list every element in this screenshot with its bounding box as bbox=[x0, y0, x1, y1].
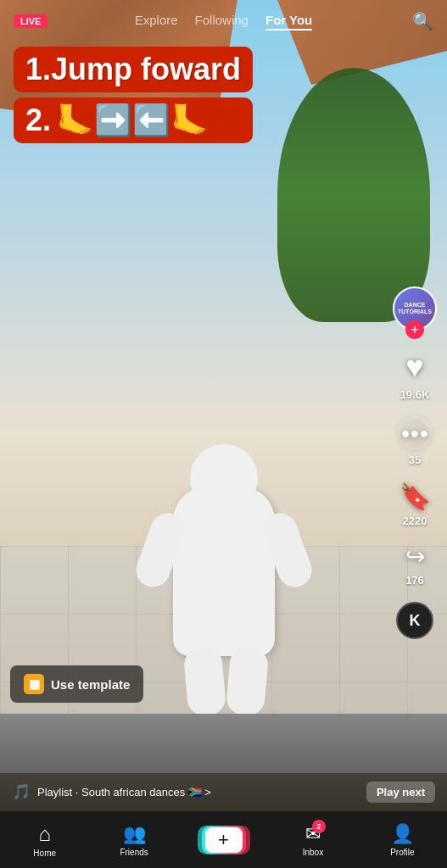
figure-head bbox=[190, 444, 258, 512]
like-action[interactable]: ♥ 19.6K bbox=[400, 349, 430, 401]
nav-item-profile[interactable]: 👤 Profile bbox=[358, 823, 447, 857]
profile-icon: 👤 bbox=[391, 823, 414, 845]
profile-label: Profile bbox=[390, 848, 414, 857]
inbox-badge-container: ✉ 2 bbox=[305, 823, 321, 845]
share-action[interactable]: ↪ 176 bbox=[405, 542, 425, 587]
tab-explore[interactable]: Explore bbox=[135, 13, 178, 31]
inbox-label: Inbox bbox=[303, 848, 323, 857]
nav-item-home[interactable]: ⌂ Home bbox=[0, 822, 89, 858]
playlist-info: 🎵 Playlist · South african dances 🇿🇦 > bbox=[12, 782, 211, 801]
tab-following[interactable]: Following bbox=[195, 13, 249, 31]
dance-text-overlay: 1.Jump foward 2. 🦶➡️⬅️🦶 bbox=[14, 47, 253, 143]
dance-emojis: 🦶➡️⬅️🦶 bbox=[56, 103, 209, 138]
tab-for-you[interactable]: For You bbox=[265, 13, 312, 31]
plus-inner: + bbox=[205, 827, 243, 853]
friends-label: Friends bbox=[120, 848, 148, 857]
figure-body bbox=[173, 487, 275, 656]
heart-icon: ♥ bbox=[405, 349, 423, 385]
dance-instruction-2: 2. 🦶➡️⬅️🦶 bbox=[14, 97, 253, 143]
music-disc[interactable]: K bbox=[396, 602, 433, 639]
music-disc-inner: K bbox=[396, 602, 433, 639]
inbox-badge: 2 bbox=[312, 820, 326, 833]
right-actions: DANCETUTORIALS + ♥ 19.6K ●●● 35 🔖 2220 ↪… bbox=[393, 287, 437, 639]
playlist-bar[interactable]: 🎵 Playlist · South african dances 🇿🇦 > P… bbox=[0, 773, 447, 810]
nav-item-friends[interactable]: 👥 Friends bbox=[89, 823, 178, 857]
figure-leg-right bbox=[225, 646, 269, 717]
home-label: Home bbox=[33, 849, 56, 858]
use-template-label: Use template bbox=[51, 677, 130, 692]
top-bar: LIVE Explore Following For You 🔍 bbox=[0, 0, 447, 42]
share-count: 176 bbox=[405, 574, 424, 587]
nav-item-create[interactable]: + bbox=[179, 826, 268, 854]
template-icon: ▦ bbox=[24, 674, 44, 694]
search-icon[interactable]: 🔍 bbox=[412, 11, 433, 31]
comment-icon: ●●● bbox=[398, 416, 432, 450]
playlist-text: Playlist · South african dances 🇿🇦 > bbox=[37, 786, 211, 798]
live-badge: LIVE bbox=[14, 14, 47, 28]
create-button[interactable]: + bbox=[202, 826, 246, 854]
play-next-button[interactable]: Play next bbox=[366, 782, 435, 803]
nav-tabs: Explore Following For You bbox=[135, 13, 313, 31]
bookmark-count: 2220 bbox=[403, 515, 427, 527]
bookmark-icon: 🔖 bbox=[400, 481, 431, 511]
avatar-container[interactable]: DANCETUTORIALS + bbox=[393, 287, 437, 331]
dance-instruction-1: 1.Jump foward bbox=[14, 47, 253, 92]
follow-button[interactable]: + bbox=[405, 320, 424, 339]
figure-leg-left bbox=[182, 646, 226, 717]
bottom-nav: ⌂ Home 👥 Friends + ✉ 2 Inbox 👤 Profile bbox=[0, 810, 447, 868]
share-icon: ↪ bbox=[405, 542, 425, 570]
friends-icon: 👥 bbox=[123, 823, 146, 845]
playlist-music-icon: 🎵 bbox=[12, 782, 31, 801]
dancer-figure bbox=[173, 487, 275, 656]
use-template-button[interactable]: ▦ Use template bbox=[10, 665, 143, 703]
tree bbox=[277, 68, 430, 322]
home-icon: ⌂ bbox=[38, 822, 51, 846]
bookmark-action[interactable]: 🔖 2220 bbox=[400, 481, 431, 527]
like-count: 19.6K bbox=[400, 388, 430, 401]
template-icon-symbol: ▦ bbox=[29, 677, 40, 691]
nav-item-inbox[interactable]: ✉ 2 Inbox bbox=[268, 823, 357, 857]
comment-action[interactable]: ●●● 35 bbox=[398, 416, 432, 466]
dance-line2-text: 2. bbox=[25, 103, 51, 138]
comment-count: 35 bbox=[409, 453, 421, 466]
